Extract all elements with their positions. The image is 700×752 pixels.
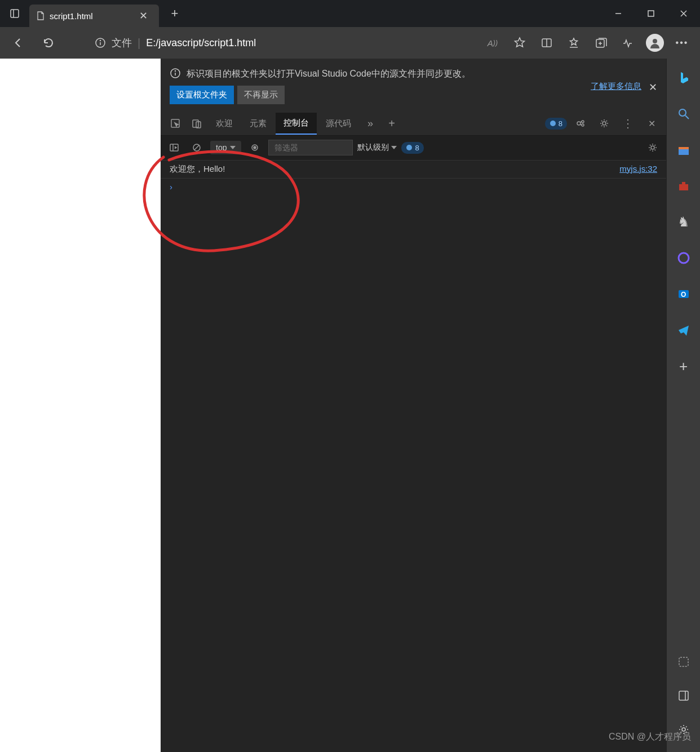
console-log-row: 欢迎您，Hello! myjs.js:32 [161,161,666,179]
collections-button[interactable] [588,32,613,54]
screenshot-button[interactable] [672,651,695,673]
close-window-button[interactable] [667,2,700,25]
tab-sources[interactable]: 源代码 [318,113,359,134]
devtools-settings-button[interactable] [594,113,614,134]
dismiss-button[interactable]: 不再显示 [237,86,285,104]
info-icon [95,37,106,48]
svg-point-24 [582,121,584,123]
svg-line-32 [194,145,199,150]
tools-button[interactable] [672,175,695,197]
refresh-button[interactable] [36,32,61,54]
tab-console[interactable]: 控制台 [276,113,317,135]
add-tab-button[interactable]: + [382,113,402,134]
svg-rect-45 [679,657,688,666]
performance-button[interactable] [615,32,640,54]
svg-rect-46 [679,691,688,700]
inspect-element-button[interactable] [165,113,185,134]
console-prompt[interactable]: › [161,179,666,195]
minimize-button[interactable] [602,2,635,25]
address-url: E:/javascript/script1.html [146,37,256,49]
address-prefix: 文件 [112,36,132,50]
devtools-panel: 标识项目的根文件夹以打开Visual Studio Code中的源文件并同步更改… [161,59,666,752]
svg-point-35 [406,145,412,150]
context-selector[interactable]: top [210,141,241,154]
svg-rect-42 [682,182,685,184]
learn-more-link[interactable]: 了解更多信息 [591,81,641,92]
log-level-selector[interactable]: 默认级别 [357,143,397,153]
more-button[interactable]: ••• [670,32,694,54]
maximize-button[interactable] [635,2,667,25]
svg-line-27 [580,124,582,125]
watermark: CSDN @人才程序员 [609,731,691,743]
browser-sidebar: ♞ O + [666,59,700,752]
svg-point-15 [653,39,657,43]
split-screen-button[interactable] [534,32,559,54]
svg-point-18 [175,71,176,72]
issues-badge[interactable]: 8 [545,118,567,130]
toggle-sidebar-button[interactable] [165,139,183,157]
read-aloud-button[interactable]: A)) [480,32,505,54]
hide-sidebar-button[interactable] [672,684,695,707]
page-content [0,59,161,752]
console-settings-button[interactable] [644,139,662,157]
svg-text:O: O [681,291,686,299]
feedback-button[interactable] [570,113,591,134]
live-expression-button[interactable] [246,139,264,157]
outlook-button[interactable]: O [672,283,695,305]
more-tabs-button[interactable]: » [360,113,380,134]
devtools-tabs: 欢迎 元素 控制台 源代码 » + 8 ⋮ ✕ [161,112,666,136]
svg-point-8 [100,41,101,41]
svg-rect-40 [679,147,689,149]
office-button[interactable] [672,247,695,269]
new-tab-button[interactable]: + [163,6,186,21]
add-sidebar-button[interactable]: + [672,355,695,377]
search-sidebar-button[interactable] [672,103,695,125]
profile-button[interactable] [643,32,667,54]
svg-point-22 [550,121,556,126]
chevron-down-icon [391,146,397,149]
info-close-button[interactable]: ✕ [649,81,657,94]
devtools-close-button[interactable]: ✕ [641,113,662,134]
tab-welcome[interactable]: 欢迎 [208,113,241,134]
svg-line-26 [580,122,582,122]
svg-line-38 [685,115,689,119]
clear-console-button[interactable] [188,139,206,157]
devtools-info-bar: 标识项目的根文件夹以打开Visual Studio Code中的源文件并同步更改… [161,59,666,112]
favorite-button[interactable] [507,32,532,54]
svg-point-28 [602,122,606,125]
info-message: 标识项目的根文件夹以打开Visual Studio Code中的源文件并同步更改… [187,66,657,81]
svg-rect-3 [648,11,654,16]
devtools-menu-button[interactable]: ⋮ [618,113,638,134]
bing-chat-button[interactable] [672,66,695,89]
svg-point-25 [582,124,584,126]
browser-toolbar: 文件 | E:/javascript/script1.html A)) ••• [0,27,700,59]
svg-point-34 [254,146,256,149]
info-icon [170,68,181,79]
filter-input[interactable] [268,140,353,155]
chevron-down-icon [230,146,236,149]
tab-elements[interactable]: 元素 [242,113,274,134]
file-icon [36,11,45,20]
window-controls [602,2,700,25]
svg-point-36 [651,146,654,149]
svg-rect-0 [11,10,19,17]
tab-close-button[interactable]: ✕ [135,7,152,24]
favorites-list-button[interactable] [561,32,586,54]
console-output[interactable]: 欢迎您，Hello! myjs.js:32 › [161,161,666,752]
tab-manager-button[interactable] [0,0,29,27]
telegram-button[interactable] [672,319,695,341]
shopping-button[interactable] [672,139,695,161]
set-root-folder-button[interactable]: 设置根文件夹 [170,86,234,104]
browser-tab[interactable]: script1.html ✕ [29,5,159,27]
address-bar[interactable]: 文件 | E:/javascript/script1.html [89,30,262,55]
window-titlebar: script1.html ✕ + [0,0,700,27]
games-button[interactable]: ♞ [672,211,695,233]
device-emulation-button[interactable] [187,113,207,134]
svg-point-37 [679,109,686,116]
tab-title: script1.html [50,11,93,21]
svg-rect-41 [679,184,688,190]
issues-count-badge[interactable]: 8 [401,142,423,154]
console-source-link[interactable]: myjs.js:32 [619,164,657,175]
console-message: 欢迎您，Hello! [170,164,619,175]
back-button[interactable] [6,32,30,54]
